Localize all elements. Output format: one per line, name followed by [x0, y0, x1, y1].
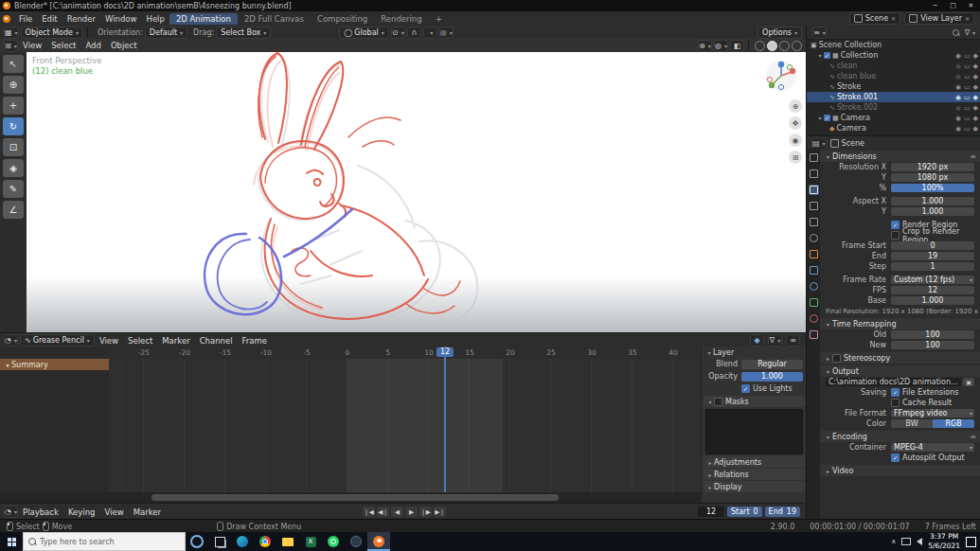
play-reverse-button[interactable]: ◀ — [391, 507, 403, 517]
shading-rendered-button[interactable] — [792, 41, 802, 51]
current-frame-field[interactable]: 12 — [698, 507, 724, 517]
action-center-icon[interactable] — [966, 537, 976, 547]
dopesheet-editor-type-button[interactable]: ◔▾ — [4, 334, 18, 347]
expand-icon[interactable]: ▸ — [824, 468, 832, 474]
camera-toggle-icon[interactable]: ◆ — [973, 104, 978, 112]
output-path-field[interactable]: C:\animation docs\2D animation\semB\4sne… — [826, 378, 961, 386]
camera-toggle-icon[interactable]: ◆ — [973, 125, 978, 133]
time-remap-new-field[interactable]: 100 — [891, 341, 974, 349]
timeline-menu-keying[interactable]: Keying — [63, 507, 100, 517]
menu-render[interactable]: Render — [62, 14, 100, 24]
only-selected-filter-icon[interactable]: ◆ — [750, 334, 764, 347]
expand-icon[interactable]: ▸ — [824, 355, 832, 362]
view-layer-selector[interactable]: View Layer ✕ — [904, 12, 974, 25]
aspect-y-field[interactable]: 1.000 — [891, 207, 974, 216]
tray-chevron-icon[interactable]: ∧ — [891, 538, 896, 545]
masks-checkbox[interactable] — [714, 398, 722, 406]
aspect-x-field[interactable]: 1.000 — [891, 197, 974, 205]
viewport-editor-type-button[interactable]: ⊞▾ — [4, 40, 18, 52]
dopesheet-grid[interactable] — [109, 359, 701, 492]
dopesheet-scrollbar[interactable] — [0, 492, 701, 503]
dopesheet-menu-frame[interactable]: Frame — [238, 336, 272, 346]
expand-icon[interactable]: ▾ — [816, 52, 824, 59]
color-bw-button[interactable]: BW — [891, 419, 933, 428]
play-button[interactable]: ▶ — [405, 507, 418, 517]
options-dropdown[interactable]: Options▾ — [757, 27, 802, 39]
camera-view-icon[interactable]: ◉ — [789, 133, 802, 147]
resolution-y-field[interactable]: 1080 px — [891, 173, 974, 182]
dopesheet-menu-select[interactable]: Select — [123, 336, 157, 346]
collection-checkbox[interactable]: ✓ — [824, 52, 830, 59]
presets-icon[interactable]: ≡ — [970, 152, 980, 161]
shading-solid-button[interactable] — [767, 41, 777, 51]
adjustments-panel-header[interactable]: ▸ Adjustments — [704, 456, 805, 468]
viewport-canvas[interactable]: Front Perspective (12) clean blue — [27, 52, 806, 332]
snap-dropdown[interactable]: ▾ — [423, 27, 437, 39]
tab-view-layer[interactable] — [809, 201, 819, 211]
tab-tool[interactable] — [809, 152, 819, 163]
eye-toggle-icon[interactable]: ◉ — [955, 52, 961, 60]
cursor-tool[interactable]: ⊕ — [3, 76, 24, 94]
screen-toggle-icon[interactable]: ▭ — [964, 52, 971, 60]
tab-output[interactable] — [809, 185, 819, 195]
show-gizmo-button[interactable]: ⊕▾ — [698, 40, 712, 52]
timeline-menu-playback[interactable]: Playback — [18, 507, 63, 517]
move-tool[interactable]: + — [3, 97, 24, 115]
task-view-button[interactable] — [208, 532, 231, 551]
eye-toggle-icon[interactable]: ◉ — [955, 94, 961, 101]
show-overlays-button[interactable]: ◍▾ — [714, 40, 728, 52]
toggle-xray-button[interactable]: ◧ — [730, 40, 744, 52]
expand-icon[interactable]: ▾ — [824, 368, 832, 375]
edge-button[interactable] — [231, 532, 254, 551]
select-box-tool[interactable]: ↖ — [3, 55, 24, 73]
eye-toggle-icon[interactable]: ◉ — [955, 83, 961, 91]
eye-toggle-icon[interactable]: ◉ — [955, 125, 961, 133]
outliner-editor-type-button[interactable]: ≡▾ — [812, 27, 827, 39]
frame-step-field[interactable]: 1 — [891, 262, 974, 271]
workspace-tab-2d-animation[interactable]: 2D Animation — [169, 13, 238, 25]
viewport-menu-view[interactable]: View — [18, 41, 46, 50]
camera-toggle-icon[interactable]: ◆ — [973, 115, 978, 122]
expand-icon[interactable]: ▾ — [705, 349, 713, 356]
jump-to-start-button[interactable]: ❘◀ — [363, 507, 375, 517]
screen-toggle-icon[interactable]: ▭ — [964, 83, 971, 91]
maximize-button[interactable]: □ — [944, 2, 962, 9]
folder-browse-icon[interactable]: ▣ — [963, 378, 974, 386]
excel-button[interactable]: X — [299, 532, 322, 551]
screen-toggle-icon[interactable]: ▭ — [964, 104, 971, 112]
playhead[interactable] — [444, 347, 446, 492]
layer-panel-title[interactable]: Layer — [713, 348, 734, 357]
pivot-point-button[interactable]: ⊙▾ — [391, 27, 405, 39]
outliner-row-stroke[interactable]: ∿ Stroke ◉▭◆ — [807, 81, 980, 92]
expand-icon[interactable]: ▸ — [706, 484, 714, 490]
shading-material-button[interactable] — [779, 41, 790, 51]
viewport-menu-select[interactable]: Select — [46, 41, 80, 50]
screen-toggle-icon[interactable]: ▭ — [964, 115, 971, 122]
tab-object-data[interactable] — [809, 297, 819, 308]
filter-funnel-icon[interactable]: ∇▾ — [768, 334, 782, 347]
display-panel-header[interactable]: ▸ Display — [704, 481, 805, 492]
pan-hand-icon[interactable]: ✥ — [789, 116, 802, 130]
viewport-menu-object[interactable]: Object — [106, 41, 142, 50]
current-frame-badge[interactable]: 12 — [437, 347, 454, 357]
expand-icon[interactable]: ▾ — [706, 399, 714, 405]
scale-tool[interactable]: ⊡ — [3, 138, 24, 156]
video-panel-header[interactable]: ▸ Video — [820, 465, 980, 476]
outliner-row-clean-blue[interactable]: ∿ clean blue ◉▭◆ — [807, 71, 980, 81]
blender-taskbar-button[interactable] — [367, 532, 390, 551]
frame-end-field[interactable]: 19 — [891, 252, 974, 260]
dopesheet-mode-dropdown[interactable]: ∿ Grease Pencil▾ — [20, 334, 95, 347]
encoding-panel-header[interactable]: ▾ Encoding ≡ — [820, 431, 980, 442]
frame-rate-dropdown[interactable]: Custom (12 fps)▾ — [891, 276, 974, 284]
dopesheet-menu-channel[interactable]: Channel — [195, 336, 238, 346]
drag-dropdown[interactable]: Select Box▾ — [216, 27, 271, 39]
menu-window[interactable]: Window — [100, 14, 142, 24]
measure-tool[interactable]: ∠ — [3, 201, 24, 219]
crop-render-region-checkbox[interactable] — [891, 231, 900, 240]
stereoscopy-panel-header[interactable]: ▸ Stereoscopy — [820, 352, 980, 364]
workspace-tab-compositing[interactable]: Compositing — [311, 13, 374, 25]
camera-toggle-icon[interactable]: ◆ — [973, 83, 978, 91]
opacity-slider[interactable]: 1.000 — [741, 372, 803, 382]
camera-toggle-icon[interactable]: ◆ — [973, 52, 978, 60]
tab-texture[interactable] — [809, 329, 819, 340]
